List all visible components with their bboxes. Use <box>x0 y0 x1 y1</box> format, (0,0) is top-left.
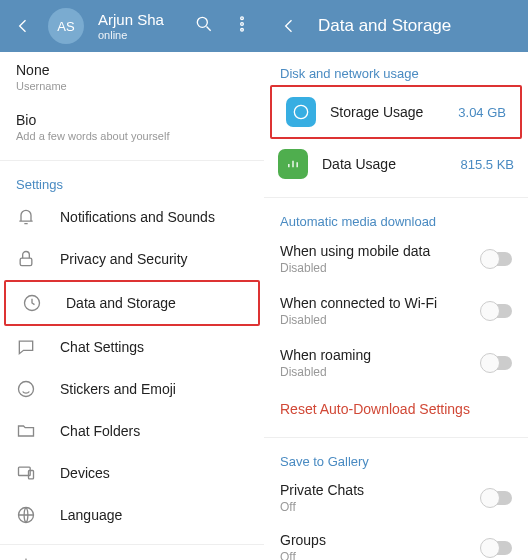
storage-icon <box>286 97 316 127</box>
data-usage-row[interactable]: Data Usage 815.5 KB <box>264 139 528 189</box>
toggle[interactable] <box>482 252 512 266</box>
option-wifi[interactable]: When connected to Wi-FiDisabled <box>264 285 528 337</box>
label: Groups <box>280 532 482 548</box>
label: When roaming <box>280 347 482 363</box>
lock-icon <box>16 249 36 269</box>
toggle[interactable] <box>482 541 512 555</box>
divider <box>264 197 528 198</box>
avatar[interactable]: AS <box>48 8 84 44</box>
settings-folders[interactable]: Chat Folders <box>0 410 264 452</box>
reset-auto-download[interactable]: Reset Auto-Download Settings <box>264 389 528 429</box>
back-icon[interactable] <box>12 15 34 37</box>
label: Chat Folders <box>60 423 140 439</box>
option-groups[interactable]: GroupsOff <box>264 523 528 560</box>
settings-data-storage[interactable]: Data and Storage <box>6 282 258 324</box>
bio-field[interactable]: Bio Add a few words about yourself <box>0 102 264 152</box>
svg-point-0 <box>197 17 207 27</box>
user-name: Arjun Sha <box>98 11 164 29</box>
status: Disabled <box>280 261 482 275</box>
svg-point-1 <box>241 17 244 20</box>
divider <box>0 160 264 161</box>
status: Disabled <box>280 313 482 327</box>
label: When connected to Wi-Fi <box>280 295 482 311</box>
username-field[interactable]: None Username <box>0 52 264 102</box>
sticker-icon <box>16 379 36 399</box>
option-mobile-data[interactable]: When using mobile dataDisabled <box>264 233 528 285</box>
storage-usage-row[interactable]: Storage Usage 3.04 GB <box>270 85 522 139</box>
label: Private Chats <box>280 482 482 498</box>
svg-point-2 <box>241 23 244 26</box>
globe-icon <box>16 505 36 525</box>
toggle[interactable] <box>482 491 512 505</box>
username-value: None <box>16 62 248 78</box>
gallery-section: Save to Gallery <box>264 440 528 473</box>
label: Chat Settings <box>60 339 144 355</box>
header: Data and Storage <box>264 0 528 52</box>
header-user: Arjun Sha online <box>98 11 164 41</box>
settings-devices[interactable]: Devices <box>0 452 264 494</box>
status: Disabled <box>280 365 482 379</box>
auto-download-section: Automatic media download <box>264 200 528 233</box>
database-icon <box>22 293 42 313</box>
settings-language[interactable]: Language <box>0 494 264 536</box>
data-icon <box>278 149 308 179</box>
settings-privacy[interactable]: Privacy and Security <box>0 238 264 280</box>
header: AS Arjun Sha online <box>0 0 264 52</box>
status: Off <box>280 500 482 514</box>
toggle[interactable] <box>482 356 512 370</box>
bell-icon <box>16 207 36 227</box>
svg-point-10 <box>294 105 307 118</box>
label: Stickers and Emoji <box>60 381 176 397</box>
user-status: online <box>98 29 164 41</box>
toggle[interactable] <box>482 304 512 318</box>
back-icon[interactable] <box>278 15 300 37</box>
settings-section: Settings <box>0 163 264 196</box>
label: Language <box>60 507 122 523</box>
label: Data Usage <box>322 156 447 172</box>
label: Privacy and Security <box>60 251 188 267</box>
chat-icon <box>16 337 36 357</box>
devices-icon <box>16 463 36 483</box>
settings-stickers[interactable]: Stickers and Emoji <box>0 368 264 410</box>
svg-point-3 <box>241 29 244 32</box>
label: Storage Usage <box>330 104 444 120</box>
data-value: 815.5 KB <box>461 157 515 172</box>
disk-section: Disk and network usage <box>264 52 528 85</box>
username-hint: Username <box>16 80 248 92</box>
divider <box>264 437 528 438</box>
bio-value: Bio <box>16 112 248 128</box>
settings-chat[interactable]: Chat Settings <box>0 326 264 368</box>
label: When using mobile data <box>280 243 482 259</box>
status: Off <box>280 550 482 560</box>
label: Devices <box>60 465 110 481</box>
more-icon[interactable] <box>232 14 252 38</box>
search-icon[interactable] <box>194 14 214 38</box>
page-title: Data and Storage <box>318 16 451 36</box>
data-storage-pane: Data and Storage Disk and network usage … <box>264 0 528 560</box>
storage-value: 3.04 GB <box>458 105 506 120</box>
svg-rect-8 <box>29 471 34 479</box>
divider <box>0 544 264 545</box>
bio-hint: Add a few words about yourself <box>16 130 248 142</box>
settings-premium[interactable]: Telegram Premium <box>0 547 264 560</box>
svg-rect-4 <box>20 258 32 266</box>
settings-pane: AS Arjun Sha online None Username Bio Ad… <box>0 0 264 560</box>
settings-notifications[interactable]: Notifications and Sounds <box>0 196 264 238</box>
label: Notifications and Sounds <box>60 209 215 225</box>
label: Data and Storage <box>66 295 176 311</box>
option-private-chats[interactable]: Private ChatsOff <box>264 473 528 523</box>
folder-icon <box>16 421 36 441</box>
svg-point-6 <box>19 382 34 397</box>
option-roaming[interactable]: When roamingDisabled <box>264 337 528 389</box>
